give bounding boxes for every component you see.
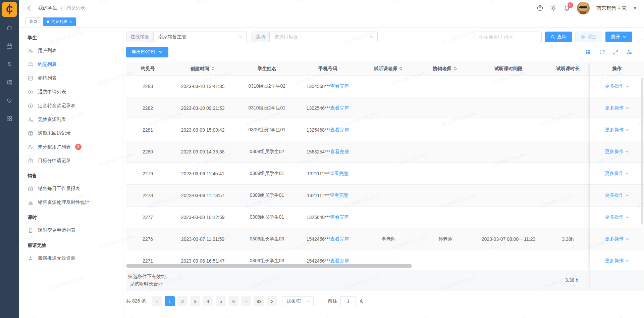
view-full-phone-link[interactable]: 查看完整	[330, 171, 348, 177]
user-name[interactable]: 南京销售主管	[596, 5, 627, 11]
expand-button[interactable]: 展开	[605, 32, 632, 42]
pagination-page-2[interactable]: 2	[177, 296, 187, 306]
column-header-试听课老师: 试听课老师	[358, 62, 419, 75]
more-actions-link[interactable]: 更多操作	[605, 236, 624, 242]
cell-assist_teacher	[419, 163, 471, 184]
fullscreen-icon[interactable]	[613, 49, 619, 55]
cell-student: 0308组员学生01	[236, 207, 298, 228]
sidebar-item-服诺推送无效资源[interactable]: 服诺推送无效资源	[28, 251, 120, 265]
status-label: 状态	[252, 32, 270, 42]
tab-约见列表[interactable]: 约见列表×	[43, 17, 76, 26]
user-avatar[interactable]	[577, 2, 590, 14]
sidebar-item-未分配用户列表[interactable]: 未分配用户列表3	[28, 140, 120, 154]
app-logo[interactable]: C	[0, 0, 19, 19]
care-icon[interactable]	[0, 91, 19, 109]
help-icon[interactable]	[537, 5, 543, 11]
daily-report-icon	[28, 186, 34, 192]
pagination-page-1[interactable]: 1	[165, 296, 175, 306]
column-settings-icon[interactable]	[627, 49, 632, 55]
more-actions-link[interactable]: 更多操作	[605, 192, 624, 198]
view-full-phone-link[interactable]: 查看完整	[330, 149, 349, 155]
goto-page-input[interactable]	[340, 296, 356, 306]
sidebar-item-label: 目标分申请记录	[38, 158, 71, 164]
more-actions-link[interactable]: 更多操作	[605, 258, 624, 264]
search-button[interactable]: 查询	[545, 32, 572, 42]
cell-phone: 1563254***查看完整	[298, 141, 358, 163]
sidebar-item-约见列表[interactable]: 约见列表	[28, 57, 120, 71]
column-search-icon[interactable]	[453, 66, 458, 71]
column-header-协销老师: 协销老师	[419, 62, 471, 75]
settings-gear-icon[interactable]	[550, 5, 557, 11]
home-icon[interactable]	[0, 19, 19, 37]
view-full-phone-link[interactable]: 查看完整	[330, 214, 349, 220]
keyword-input[interactable]	[475, 32, 542, 42]
status-value[interactable]: 选择目标值	[270, 32, 377, 42]
more-actions-link[interactable]: 更多操作	[605, 127, 624, 133]
pagination-page-4[interactable]: 4	[203, 296, 213, 306]
view-full-phone-link[interactable]: 查看完整	[330, 236, 349, 242]
sidebar-item-label: 销售资源处理及时性统计	[38, 199, 90, 206]
breadcrumb-root[interactable]: 我的学生	[38, 5, 57, 10]
vertical-scrollbar-thumb[interactable]	[641, 78, 643, 225]
cell-listen_teacher	[358, 185, 419, 206]
status-select[interactable]: 状态 选择目标值	[252, 32, 378, 42]
pagination-page-3[interactable]: 3	[190, 296, 200, 306]
sidebar-item-定金转全款记录表[interactable]: 定金转全款记录表	[28, 99, 120, 112]
sidebar-section-title: 服诺无效	[28, 242, 120, 248]
teacher-icon[interactable]	[0, 55, 19, 73]
sidebar-item-目标分申请记录[interactable]: 目标分申请记录	[28, 154, 120, 168]
view-full-phone-link[interactable]: 查看完整	[330, 258, 349, 264]
more-actions-link[interactable]: 更多操作	[605, 105, 624, 111]
phone-masked: 1325468***	[307, 127, 330, 133]
more-actions-link[interactable]: 更多操作	[605, 214, 624, 220]
phone-masked: 1302546***	[307, 105, 330, 111]
more-actions-link[interactable]: 更多操作	[605, 171, 624, 177]
cell-duration	[546, 76, 590, 97]
cell-id: 2281	[126, 119, 169, 141]
pagination-page-5[interactable]: 5	[216, 296, 226, 306]
horizontal-scrollbar-thumb[interactable]	[126, 264, 412, 268]
notifications-bell-icon[interactable]: 0	[564, 5, 570, 11]
calendar-icon[interactable]	[0, 37, 19, 55]
pagination-page-6[interactable]: 6	[228, 296, 238, 306]
tab-首页[interactable]: 首页	[25, 17, 41, 26]
sidebar-item-销售每日工作量报表[interactable]: 销售每日工作量报表	[28, 182, 120, 195]
column-search-icon[interactable]	[211, 66, 215, 71]
pagination-next-button[interactable]	[267, 296, 277, 306]
cell-id: 2283	[126, 76, 169, 97]
apps-icon[interactable]	[0, 109, 19, 128]
more-actions-link[interactable]: 更多操作	[605, 83, 624, 89]
back-button[interactable]	[25, 4, 33, 12]
online-sales-select[interactable]: 在线销售 南京销售主管	[126, 32, 247, 42]
overdue-icon	[28, 130, 34, 136]
sidebar-item-销售资源处理及时性统计[interactable]: 销售资源处理及时性统计	[28, 195, 120, 209]
pagination-prev-button[interactable]	[152, 296, 162, 306]
sidebar-item-用户列表[interactable]: 用户列表	[28, 44, 120, 57]
cell-created: 2023-03-10 09:21:53	[169, 97, 236, 119]
sidebar-item-无效资源列表[interactable]: 无效资源列表	[28, 112, 120, 126]
view-full-phone-link[interactable]: 查看完整	[330, 83, 349, 89]
grid-view-icon[interactable]	[585, 49, 591, 55]
export-excel-button[interactable]: 导出EXCEL	[126, 47, 168, 57]
pagination-ellipsis[interactable]: ···	[241, 296, 251, 306]
view-full-phone-link[interactable]: 查看完整	[330, 105, 349, 111]
cell-listen_time: 2023-03-07 08:00 ~ 11:23	[471, 228, 546, 250]
column-search-icon[interactable]	[399, 66, 403, 71]
sidebar-item-课时变更申请列表[interactable]: 课时变更申请列表	[28, 223, 120, 237]
view-full-phone-link[interactable]: 查看完整	[330, 192, 348, 198]
refresh-icon[interactable]	[599, 49, 605, 55]
recruit-icon[interactable]: 聘	[0, 73, 19, 91]
view-full-phone-link[interactable]: 查看完整	[330, 127, 349, 133]
more-actions-link[interactable]: 更多操作	[605, 149, 624, 155]
user-menu-caret-icon[interactable]: ▼	[633, 6, 637, 10]
pagination-page-83[interactable]: 83	[254, 296, 264, 306]
tab-close-icon[interactable]: ×	[69, 19, 72, 24]
sidebar-item-退费申请列表[interactable]: 退费申请列表	[28, 85, 120, 99]
user-icon	[28, 48, 34, 54]
sidebar-item-逾期未回访记录[interactable]: 逾期未回访记录	[28, 126, 120, 140]
page-size-select[interactable]: 10条/页	[282, 296, 314, 306]
clear-button[interactable]: 清空	[575, 32, 602, 42]
sidebar-item-签约列表[interactable]: 签约列表	[28, 71, 120, 85]
online-sales-value[interactable]: 南京销售主管	[154, 32, 247, 42]
chevron-down-icon	[306, 299, 311, 304]
